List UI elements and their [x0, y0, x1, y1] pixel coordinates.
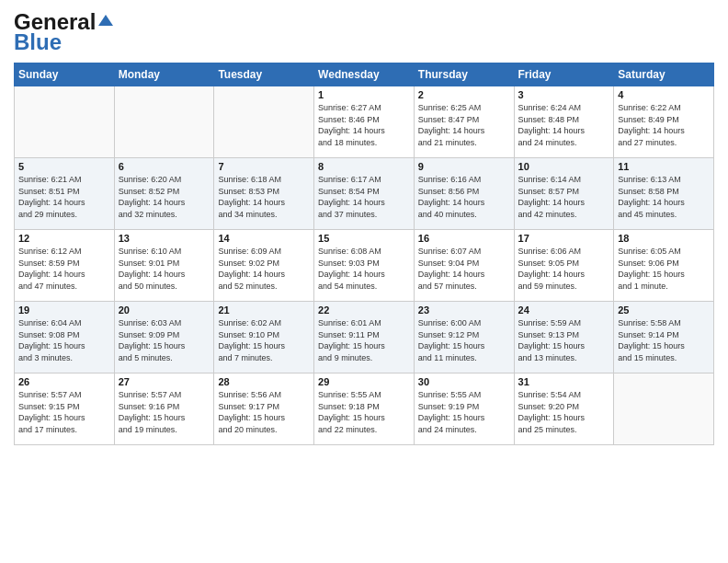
day-cell-1: 1Sunrise: 6:27 AMSunset: 8:46 PMDaylight… — [314, 86, 415, 158]
day-info: Sunrise: 6:04 AMSunset: 9:08 PMDaylight:… — [18, 317, 110, 363]
day-info: Sunrise: 6:16 AMSunset: 8:56 PMDaylight:… — [418, 174, 510, 220]
col-header-saturday: Saturday — [614, 63, 714, 86]
week-row-4: 19Sunrise: 6:04 AMSunset: 9:08 PMDayligh… — [15, 302, 714, 373]
day-number: 12 — [18, 233, 110, 244]
day-cell-4: 4Sunrise: 6:22 AMSunset: 8:49 PMDaylight… — [614, 86, 714, 158]
day-info: Sunrise: 6:18 AMSunset: 8:53 PMDaylight:… — [218, 174, 310, 220]
day-cell-5: 5Sunrise: 6:21 AMSunset: 8:51 PMDaylight… — [15, 158, 115, 230]
day-number: 17 — [518, 233, 610, 244]
day-info: Sunrise: 6:14 AMSunset: 8:57 PMDaylight:… — [518, 174, 610, 220]
calendar: SundayMondayTuesdayWednesdayThursdayFrid… — [14, 63, 714, 445]
day-cell-22: 22Sunrise: 6:01 AMSunset: 9:11 PMDayligh… — [314, 302, 415, 373]
day-cell-empty-46 — [614, 373, 714, 445]
day-number: 20 — [119, 304, 210, 316]
day-cell-empty-00 — [15, 86, 115, 158]
day-cell-empty-01 — [114, 86, 214, 158]
day-cell-27: 27Sunrise: 5:57 AMSunset: 9:16 PMDayligh… — [114, 373, 214, 445]
day-cell-14: 14Sunrise: 6:09 AMSunset: 9:02 PMDayligh… — [214, 230, 314, 302]
day-cell-8: 8Sunrise: 6:17 AMSunset: 8:54 PMDaylight… — [314, 158, 415, 230]
day-cell-29: 29Sunrise: 5:55 AMSunset: 9:18 PMDayligh… — [314, 373, 415, 445]
day-number: 13 — [119, 233, 210, 244]
week-row-5: 26Sunrise: 5:57 AMSunset: 9:15 PMDayligh… — [15, 373, 714, 445]
logo-icon — [97, 13, 115, 31]
day-number: 15 — [318, 233, 410, 244]
day-info: Sunrise: 6:07 AMSunset: 9:04 PMDaylight:… — [418, 246, 510, 292]
day-info: Sunrise: 5:58 AMSunset: 9:14 PMDaylight:… — [618, 317, 710, 363]
day-info: Sunrise: 6:22 AMSunset: 8:49 PMDaylight:… — [618, 102, 710, 148]
col-header-thursday: Thursday — [414, 63, 514, 86]
day-cell-empty-02 — [214, 86, 314, 158]
day-info: Sunrise: 6:08 AMSunset: 9:03 PMDaylight:… — [318, 246, 410, 292]
day-info: Sunrise: 6:12 AMSunset: 8:59 PMDaylight:… — [18, 246, 110, 292]
day-cell-19: 19Sunrise: 6:04 AMSunset: 9:08 PMDayligh… — [15, 302, 115, 373]
day-info: Sunrise: 5:55 AMSunset: 9:18 PMDaylight:… — [318, 389, 410, 435]
col-header-friday: Friday — [514, 63, 614, 86]
day-cell-28: 28Sunrise: 5:56 AMSunset: 9:17 PMDayligh… — [214, 373, 314, 445]
day-number: 3 — [518, 89, 610, 100]
col-header-wednesday: Wednesday — [314, 63, 415, 86]
day-cell-9: 9Sunrise: 6:16 AMSunset: 8:56 PMDaylight… — [414, 158, 514, 230]
logo: General Blue — [14, 9, 116, 55]
day-cell-3: 3Sunrise: 6:24 AMSunset: 8:48 PMDaylight… — [514, 86, 614, 158]
day-cell-15: 15Sunrise: 6:08 AMSunset: 9:03 PMDayligh… — [314, 230, 415, 302]
day-info: Sunrise: 6:17 AMSunset: 8:54 PMDaylight:… — [318, 174, 410, 220]
day-cell-21: 21Sunrise: 6:02 AMSunset: 9:10 PMDayligh… — [214, 302, 314, 373]
day-info: Sunrise: 6:25 AMSunset: 8:47 PMDaylight:… — [418, 102, 510, 148]
day-cell-23: 23Sunrise: 6:00 AMSunset: 9:12 PMDayligh… — [414, 302, 514, 373]
day-info: Sunrise: 6:10 AMSunset: 9:01 PMDaylight:… — [119, 246, 210, 292]
day-number: 30 — [418, 376, 510, 387]
day-cell-7: 7Sunrise: 6:18 AMSunset: 8:53 PMDaylight… — [214, 158, 314, 230]
day-number: 16 — [418, 233, 510, 244]
day-number: 10 — [518, 161, 610, 172]
day-cell-13: 13Sunrise: 6:10 AMSunset: 9:01 PMDayligh… — [114, 230, 214, 302]
col-header-monday: Monday — [114, 63, 214, 86]
day-info: Sunrise: 5:59 AMSunset: 9:13 PMDaylight:… — [518, 317, 610, 363]
day-number: 5 — [18, 161, 110, 172]
logo-blue: Blue — [14, 29, 62, 55]
day-number: 22 — [318, 304, 410, 316]
col-header-sunday: Sunday — [15, 63, 115, 86]
day-number: 19 — [18, 304, 110, 316]
day-info: Sunrise: 6:02 AMSunset: 9:10 PMDaylight:… — [218, 317, 310, 363]
day-info: Sunrise: 5:57 AMSunset: 9:15 PMDaylight:… — [18, 389, 110, 435]
day-info: Sunrise: 6:00 AMSunset: 9:12 PMDaylight:… — [418, 317, 510, 363]
day-info: Sunrise: 6:27 AMSunset: 8:46 PMDaylight:… — [318, 102, 410, 148]
col-header-tuesday: Tuesday — [214, 63, 314, 86]
day-info: Sunrise: 6:21 AMSunset: 8:51 PMDaylight:… — [18, 174, 110, 220]
day-cell-10: 10Sunrise: 6:14 AMSunset: 8:57 PMDayligh… — [514, 158, 614, 230]
day-info: Sunrise: 5:55 AMSunset: 9:19 PMDaylight:… — [418, 389, 510, 435]
day-info: Sunrise: 6:03 AMSunset: 9:09 PMDaylight:… — [119, 317, 210, 363]
day-number: 28 — [218, 376, 310, 387]
day-number: 23 — [418, 304, 510, 316]
day-info: Sunrise: 5:56 AMSunset: 9:17 PMDaylight:… — [218, 389, 310, 435]
day-cell-31: 31Sunrise: 5:54 AMSunset: 9:20 PMDayligh… — [514, 373, 614, 445]
day-number: 31 — [518, 376, 610, 387]
day-number: 25 — [618, 304, 710, 316]
day-number: 29 — [318, 376, 410, 387]
day-info: Sunrise: 6:13 AMSunset: 8:58 PMDaylight:… — [618, 174, 710, 220]
day-cell-20: 20Sunrise: 6:03 AMSunset: 9:09 PMDayligh… — [114, 302, 214, 373]
day-cell-30: 30Sunrise: 5:55 AMSunset: 9:19 PMDayligh… — [414, 373, 514, 445]
day-number: 21 — [218, 304, 310, 316]
day-cell-2: 2Sunrise: 6:25 AMSunset: 8:47 PMDaylight… — [414, 86, 514, 158]
day-number: 18 — [618, 233, 710, 244]
day-number: 11 — [618, 161, 710, 172]
day-number: 9 — [418, 161, 510, 172]
day-number: 8 — [318, 161, 410, 172]
day-info: Sunrise: 6:01 AMSunset: 9:11 PMDaylight:… — [318, 317, 410, 363]
day-info: Sunrise: 6:06 AMSunset: 9:05 PMDaylight:… — [518, 246, 610, 292]
day-number: 2 — [418, 89, 510, 100]
day-cell-12: 12Sunrise: 6:12 AMSunset: 8:59 PMDayligh… — [15, 230, 115, 302]
day-cell-11: 11Sunrise: 6:13 AMSunset: 8:58 PMDayligh… — [614, 158, 714, 230]
day-number: 4 — [618, 89, 710, 100]
day-cell-6: 6Sunrise: 6:20 AMSunset: 8:52 PMDaylight… — [114, 158, 214, 230]
day-number: 24 — [518, 304, 610, 316]
day-cell-24: 24Sunrise: 5:59 AMSunset: 9:13 PMDayligh… — [514, 302, 614, 373]
day-cell-17: 17Sunrise: 6:06 AMSunset: 9:05 PMDayligh… — [514, 230, 614, 302]
day-number: 7 — [218, 161, 310, 172]
day-number: 6 — [119, 161, 210, 172]
day-info: Sunrise: 5:57 AMSunset: 9:16 PMDaylight:… — [119, 389, 210, 435]
day-number: 1 — [318, 89, 410, 100]
day-cell-26: 26Sunrise: 5:57 AMSunset: 9:15 PMDayligh… — [15, 373, 115, 445]
day-info: Sunrise: 6:09 AMSunset: 9:02 PMDaylight:… — [218, 246, 310, 292]
